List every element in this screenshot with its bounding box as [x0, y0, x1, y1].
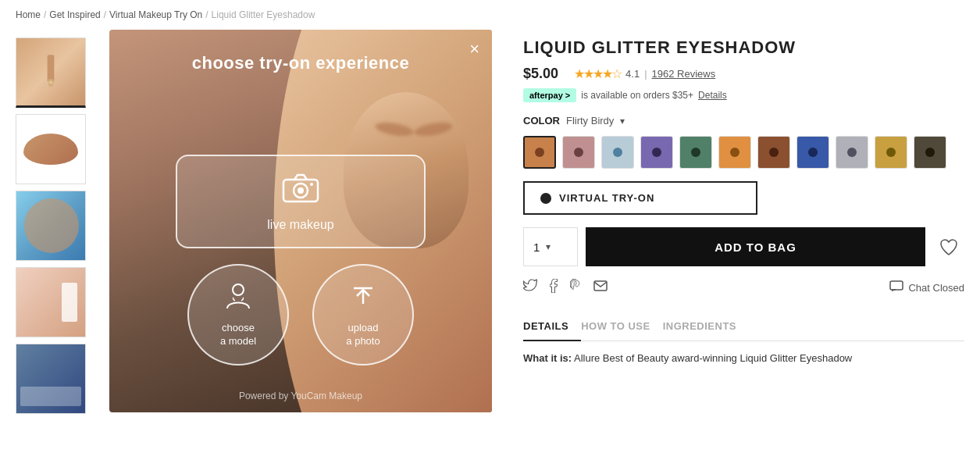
- what-it-is-label: What it is:: [523, 352, 572, 364]
- color-swatches: [523, 136, 964, 169]
- email-icon[interactable]: [593, 279, 608, 297]
- thumbnail-2[interactable]: [16, 114, 86, 184]
- upload-photo-label: uploada photo: [346, 322, 380, 348]
- reviews-link[interactable]: 1962 Reviews: [652, 68, 716, 80]
- breadcrumb-virtual[interactable]: Virtual Makeup Try On: [109, 9, 202, 20]
- add-to-bag-row: 1 ▾ ADD TO BAG: [523, 227, 964, 266]
- wishlist-button[interactable]: [933, 231, 964, 262]
- star-rating: ★★★★☆: [574, 66, 621, 81]
- chat-closed-label: Chat Closed: [908, 282, 964, 294]
- color-selector-row: COLOR Flirty Birdy ▾: [523, 115, 964, 127]
- swatch-3[interactable]: [601, 136, 634, 169]
- afterpay-row: afterpay > is available on orders $35+ D…: [523, 88, 964, 102]
- svg-rect-10: [594, 281, 607, 291]
- swatch-4[interactable]: [640, 136, 673, 169]
- quantity-arrow: ▾: [546, 241, 551, 252]
- upload-photo-button[interactable]: uploada photo: [312, 264, 414, 366]
- modal-title: choose try-on experience: [109, 53, 492, 73]
- price-rating-row: $5.00 ★★★★☆ 4.1 | 1962 Reviews: [523, 66, 964, 82]
- add-to-bag-button[interactable]: ADD TO BAG: [586, 227, 925, 266]
- upload-icon: [349, 282, 377, 316]
- product-info: LIQUID GLITTER EYESHADOW $5.00 ★★★★☆ 4.1…: [508, 30, 964, 414]
- main-layout: × choose try-on experience l: [0, 30, 980, 414]
- live-makeup-label: live makeup: [267, 218, 333, 232]
- afterpay-details-link[interactable]: Details: [698, 90, 727, 101]
- breadcrumb-home[interactable]: Home: [16, 9, 41, 20]
- pinterest-icon[interactable]: [570, 279, 581, 297]
- social-row: Chat Closed: [523, 279, 964, 297]
- swatch-7[interactable]: [757, 136, 790, 169]
- svg-rect-0: [48, 55, 55, 81]
- facebook-icon[interactable]: [550, 279, 558, 297]
- product-title: LIQUID GLITTER EYESHADOW: [523, 37, 964, 58]
- camera-icon: [282, 172, 319, 210]
- virtual-tryon-row: VIRTUAL TRY-ON: [523, 181, 964, 215]
- swatch-2[interactable]: [562, 136, 595, 169]
- swatch-10[interactable]: [875, 136, 907, 169]
- breadcrumb-current: Liquid Glitter Eyeshadow: [212, 9, 315, 20]
- thumbnail-4[interactable]: [16, 267, 86, 337]
- product-description: What it is: Allure Best of Beauty award-…: [523, 352, 964, 364]
- svg-point-7: [233, 284, 244, 295]
- breadcrumb-inspired[interactable]: Get Inspired: [49, 9, 100, 20]
- twitter-icon[interactable]: [523, 279, 537, 297]
- virtual-tryon-button[interactable]: VIRTUAL TRY-ON: [523, 181, 757, 215]
- rating-container: ★★★★☆ 4.1 | 1962 Reviews: [574, 66, 715, 81]
- choose-model-button[interactable]: choosea model: [187, 264, 289, 366]
- breadcrumb: Home / Get Inspired / Virtual Makeup Try…: [0, 0, 980, 30]
- thumbnail-3[interactable]: [16, 191, 86, 261]
- product-tabs: DETAILS HOW TO USE INGREDIENTS: [523, 312, 964, 341]
- swatch-5[interactable]: [679, 136, 712, 169]
- thumbnail-list: [16, 30, 94, 414]
- thumbnail-5[interactable]: [16, 344, 86, 414]
- swatch-1[interactable]: [523, 136, 556, 169]
- color-dropdown-arrow[interactable]: ▾: [620, 116, 625, 127]
- color-label: COLOR: [523, 115, 560, 127]
- tab-details[interactable]: DETAILS: [523, 312, 581, 341]
- choose-model-label: choosea model: [220, 322, 256, 348]
- tryon-modal: × choose try-on experience l: [109, 30, 492, 412]
- swatch-9[interactable]: [836, 136, 868, 169]
- swatch-8[interactable]: [796, 136, 829, 169]
- color-name: Flirty Birdy: [566, 115, 614, 127]
- product-price: $5.00: [523, 66, 558, 82]
- person-icon: [224, 282, 252, 316]
- chat-closed[interactable]: Chat Closed: [889, 280, 964, 295]
- modal-options: live makeup choosea model: [160, 155, 441, 366]
- modal-background: × choose try-on experience l: [109, 30, 492, 412]
- swatch-6[interactable]: [718, 136, 751, 169]
- tab-ingredients[interactable]: INGREDIENTS: [663, 312, 749, 341]
- tryon-indicator: [540, 193, 551, 204]
- chat-icon: [889, 280, 903, 295]
- quantity-selector[interactable]: 1 ▾: [523, 227, 578, 266]
- tab-how-to-use[interactable]: HOW TO USE: [581, 312, 663, 341]
- virtual-tryon-label: VIRTUAL TRY-ON: [559, 192, 654, 204]
- powered-by-label: Powered by YouCam Makeup: [109, 390, 492, 401]
- live-makeup-button[interactable]: live makeup: [176, 155, 426, 248]
- swatch-11[interactable]: [914, 136, 946, 169]
- modal-bottom-options: choosea model uploada photo: [187, 264, 414, 366]
- thumbnail-1[interactable]: [16, 37, 86, 108]
- afterpay-badge: afterpay >: [523, 88, 576, 102]
- afterpay-text: is available on orders $35+: [581, 90, 693, 101]
- svg-point-6: [310, 183, 313, 186]
- svg-rect-2: [49, 82, 52, 84]
- svg-rect-11: [890, 281, 903, 290]
- product-description-text: Allure Best of Beauty award-winning Liqu…: [574, 352, 852, 364]
- quantity-value: 1: [533, 241, 540, 254]
- svg-point-5: [298, 187, 304, 194]
- social-icons: [523, 279, 608, 297]
- rating-number: 4.1: [625, 68, 640, 80]
